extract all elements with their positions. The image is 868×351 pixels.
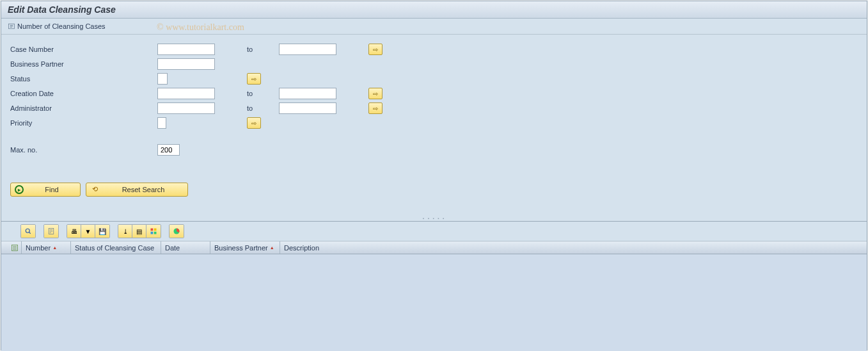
administrator-range-button[interactable]: ⇨ bbox=[368, 102, 383, 114]
case-number-from-input[interactable] bbox=[157, 44, 215, 55]
svg-rect-4 bbox=[154, 229, 157, 231]
sort-asc-icon: ▲ bbox=[270, 245, 274, 250]
pie-chart-icon bbox=[173, 227, 180, 235]
sort-asc-button[interactable] bbox=[44, 225, 58, 238]
table-header: Number ▲ Status of Cleansing Case Date B… bbox=[1, 241, 867, 254]
svg-rect-6 bbox=[154, 232, 157, 234]
column-status-label: Status of Cleansing Case bbox=[75, 244, 154, 252]
administrator-to-input[interactable] bbox=[279, 102, 336, 114]
page-title: Edit Data Cleansing Case bbox=[1, 1, 867, 19]
max-no-label: Max. no. bbox=[10, 146, 157, 154]
arrow-right-icon: ⇨ bbox=[373, 46, 378, 53]
layout-button[interactable]: ▤ bbox=[132, 225, 146, 238]
creation-date-to-label: to bbox=[247, 90, 279, 97]
case-number-label: Case Number bbox=[10, 45, 157, 53]
filter-icon: ▼ bbox=[85, 228, 91, 235]
grid-icon bbox=[150, 227, 157, 235]
column-business-partner[interactable]: Business Partner ▲ bbox=[210, 241, 280, 254]
find-button[interactable]: ▸ Find bbox=[10, 183, 81, 197]
column-number[interactable]: Number ▲ bbox=[22, 241, 71, 254]
administrator-to-label: to bbox=[247, 104, 279, 112]
column-desc-label: Description bbox=[284, 244, 319, 252]
reset-icon: ⟲ bbox=[90, 185, 99, 194]
reset-search-button[interactable]: ⟲ Reset Search bbox=[86, 183, 188, 197]
administrator-label: Administrator bbox=[10, 104, 157, 112]
print-icon: 🖶 bbox=[71, 228, 77, 235]
creation-date-from-input[interactable] bbox=[157, 88, 215, 99]
priority-label: Priority bbox=[10, 119, 157, 127]
status-input[interactable] bbox=[157, 73, 168, 85]
table-body bbox=[1, 254, 867, 351]
details-icon bbox=[24, 227, 32, 235]
arrow-right-icon: ⇨ bbox=[373, 90, 378, 97]
case-number-to-label: to bbox=[247, 45, 279, 53]
top-toolbar: Number of Cleansing Cases bbox=[1, 19, 867, 35]
administrator-from-input[interactable] bbox=[157, 102, 215, 114]
chart-button[interactable] bbox=[170, 225, 184, 238]
number-of-cases-label: Number of Cleansing Cases bbox=[17, 22, 106, 30]
case-number-range-button[interactable]: ⇨ bbox=[368, 44, 383, 55]
creation-date-range-button[interactable]: ⇨ bbox=[368, 88, 383, 99]
count-icon bbox=[8, 22, 15, 30]
column-bp-label: Business Partner bbox=[214, 244, 268, 252]
result-toolbar: 🖶 ▼ 💾 ⤓ ▤ bbox=[1, 221, 867, 241]
column-date[interactable]: Date bbox=[161, 241, 210, 254]
print-button[interactable]: 🖶 bbox=[67, 225, 81, 238]
column-number-label: Number bbox=[26, 244, 51, 252]
export-icon: ⤓ bbox=[123, 228, 128, 235]
export-button[interactable]: ⤓ bbox=[118, 225, 132, 238]
business-partner-input[interactable] bbox=[157, 58, 215, 70]
svg-rect-5 bbox=[151, 232, 154, 234]
arrow-right-icon: ⇨ bbox=[251, 120, 256, 127]
filter-button[interactable]: ▼ bbox=[81, 225, 95, 238]
find-button-label: Find bbox=[28, 186, 76, 193]
search-form: Case Number to ⇨ Business Partner Status… bbox=[1, 35, 867, 216]
column-status[interactable]: Status of Cleansing Case bbox=[71, 241, 161, 254]
main-window: Edit Data Cleansing Case Number of Clean… bbox=[1, 1, 867, 350]
status-label: Status bbox=[10, 75, 157, 83]
layout-icon: ▤ bbox=[136, 228, 142, 235]
save-button[interactable]: 💾 bbox=[95, 225, 109, 238]
svg-rect-3 bbox=[151, 229, 154, 231]
max-no-input[interactable] bbox=[157, 144, 180, 156]
split-grip[interactable]: ▪ ▪ ▪ ▪ ▪ bbox=[1, 216, 867, 221]
list-icon bbox=[11, 244, 19, 252]
details-button[interactable] bbox=[21, 225, 35, 238]
status-range-button[interactable]: ⇨ bbox=[247, 73, 261, 85]
sort-asc-icon: ▲ bbox=[52, 245, 57, 250]
svg-point-1 bbox=[26, 229, 29, 233]
diskette-icon: 💾 bbox=[99, 228, 106, 235]
case-number-to-input[interactable] bbox=[279, 44, 336, 55]
grid-button[interactable] bbox=[146, 225, 161, 238]
row-selector-header[interactable] bbox=[8, 241, 22, 254]
priority-range-button[interactable]: ⇨ bbox=[247, 117, 261, 129]
priority-input[interactable] bbox=[157, 117, 166, 129]
arrow-right-icon: ⇨ bbox=[251, 76, 256, 83]
reset-button-label: Reset Search bbox=[103, 186, 184, 193]
number-of-cases-link[interactable]: Number of Cleansing Cases bbox=[8, 22, 106, 30]
column-description[interactable]: Description bbox=[280, 241, 867, 254]
column-date-label: Date bbox=[165, 244, 180, 252]
execute-icon: ▸ bbox=[15, 185, 24, 194]
creation-date-label: Creation Date bbox=[10, 90, 157, 97]
creation-date-to-input[interactable] bbox=[279, 88, 336, 99]
business-partner-label: Business Partner bbox=[10, 60, 157, 68]
arrow-right-icon: ⇨ bbox=[373, 105, 378, 112]
sort-asc-icon bbox=[47, 227, 55, 235]
